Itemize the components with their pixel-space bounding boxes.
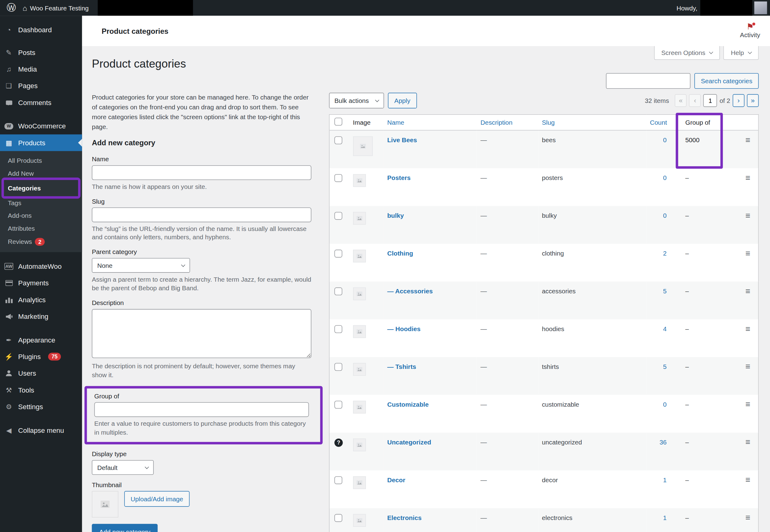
add-new-category-button[interactable]: Add new category [92, 524, 158, 532]
sidebar-item-add-ons[interactable]: Add-ons [0, 209, 82, 222]
upload-add-image-button[interactable]: Upload/Add image [124, 491, 189, 507]
drag-handle-icon[interactable]: ≡ [745, 135, 750, 145]
sidebar-item-payments[interactable]: Payments [0, 275, 82, 291]
sidebar-item-reviews[interactable]: Reviews2 [0, 235, 82, 249]
last-page-button[interactable]: » [747, 94, 759, 107]
sidebar-item-users[interactable]: Users [0, 365, 82, 381]
column-header-name[interactable]: Name [383, 115, 476, 130]
row-checkbox[interactable] [335, 174, 343, 182]
sidebar-item-attributes[interactable]: Attributes [0, 222, 82, 235]
sidebar-item-tools[interactable]: ⚒ Tools [0, 381, 82, 398]
drag-handle-icon[interactable]: ≡ [745, 475, 750, 484]
current-page-input[interactable] [703, 94, 717, 107]
category-name-link[interactable]: Uncategorized [387, 438, 431, 446]
sidebar-item-media[interactable]: ♫ Media [0, 61, 82, 77]
table-header: Image Name Description Slug Count Group … [329, 115, 759, 130]
column-header-slug[interactable]: Slug [538, 115, 646, 130]
screen-options-button[interactable]: Screen Options [654, 46, 720, 60]
drag-handle-icon[interactable]: ≡ [745, 437, 750, 447]
name-input[interactable] [92, 165, 312, 180]
display-type-value: Default [97, 464, 117, 471]
sidebar-item-comments[interactable]: Comments [0, 94, 82, 111]
category-count-link[interactable]: 36 [660, 438, 667, 446]
category-count-link[interactable]: 2 [663, 249, 667, 257]
sidebar-item-add-new[interactable]: Add New [0, 167, 82, 180]
drag-handle-icon[interactable]: ≡ [745, 362, 750, 371]
bulk-actions-select[interactable]: Bulk actions [329, 93, 384, 108]
description-field-group: Description The description is not promi… [92, 299, 312, 380]
category-name-link[interactable]: Live Bees [387, 136, 417, 144]
row-checkbox[interactable] [335, 401, 343, 409]
sidebar-item-products[interactable]: ▦ Products [0, 135, 82, 151]
next-page-button[interactable]: › [733, 94, 744, 107]
drag-handle-icon[interactable]: ≡ [745, 248, 750, 258]
sidebar-item-categories[interactable]: Categories [0, 180, 82, 197]
drag-handle-icon[interactable]: ≡ [745, 513, 750, 522]
display-type-select[interactable]: Default [92, 460, 154, 475]
default-category-help-icon[interactable]: ? [335, 438, 343, 447]
parent-category-select[interactable]: None [92, 258, 190, 273]
row-checkbox[interactable] [335, 476, 343, 484]
category-name-link[interactable]: Clothing [387, 249, 413, 257]
row-checkbox[interactable] [335, 212, 343, 220]
column-header-description[interactable]: Description [477, 115, 538, 130]
row-checkbox[interactable] [335, 514, 343, 522]
category-count-link[interactable]: 5 [663, 363, 667, 370]
sidebar-item-appearance[interactable]: ✒ Appearance [0, 332, 82, 348]
sidebar-item-settings[interactable]: ⚙ Settings [0, 398, 82, 415]
row-checkbox[interactable] [335, 363, 343, 371]
category-count-link[interactable]: 0 [663, 136, 667, 144]
slug-label: Slug [92, 198, 312, 205]
category-name-link[interactable]: — Tshirts [387, 363, 416, 370]
sidebar-item-analytics[interactable]: Analytics [0, 291, 82, 308]
category-count-link[interactable]: 4 [663, 325, 667, 332]
sidebar-item-tags[interactable]: Tags [0, 197, 82, 209]
row-checkbox[interactable] [335, 287, 343, 295]
category-count-link[interactable]: 1 [663, 476, 667, 483]
sidebar-item-plugins[interactable]: ⚡ Plugins75 [0, 348, 82, 365]
column-header-count[interactable]: Count [646, 115, 671, 130]
search-categories-button[interactable]: Search categories [694, 73, 759, 89]
group-of-input[interactable] [94, 402, 309, 417]
help-button[interactable]: Help [724, 46, 759, 60]
sidebar-item-all-products[interactable]: All Products [0, 155, 82, 167]
description-textarea[interactable] [92, 309, 312, 358]
category-name-link[interactable]: Decor [387, 476, 405, 483]
category-name-link[interactable]: Electronics [387, 514, 422, 521]
sidebar-item-marketing[interactable]: Marketing [0, 308, 82, 325]
row-checkbox[interactable] [335, 249, 343, 257]
row-checkbox[interactable] [335, 325, 343, 333]
sidebar-item-automatewoo[interactable]: AW AutomateWoo [0, 258, 82, 275]
sidebar-item-pages[interactable]: ❏ Pages [0, 77, 82, 94]
category-name-link[interactable]: Posters [387, 174, 411, 181]
woocommerce-icon: W [4, 123, 14, 129]
category-count-link[interactable]: 0 [663, 212, 667, 219]
drag-handle-icon[interactable]: ≡ [745, 324, 750, 333]
category-count-link[interactable]: 0 [663, 174, 667, 181]
users-icon [4, 370, 14, 377]
select-all-checkbox[interactable] [335, 118, 343, 126]
search-categories-input[interactable] [606, 73, 691, 89]
category-name-link[interactable]: bulky [387, 212, 404, 219]
category-name-link[interactable]: — Accessories [387, 287, 433, 295]
category-name-link[interactable]: Customizable [387, 401, 429, 408]
category-count-link[interactable]: 1 [663, 514, 667, 521]
sidebar-item-woocommerce[interactable]: W WooCommerce [0, 118, 82, 134]
drag-handle-icon[interactable]: ≡ [745, 286, 750, 295]
row-checkbox[interactable] [335, 136, 343, 144]
category-count-link[interactable]: 0 [663, 401, 667, 408]
slug-input[interactable] [92, 207, 312, 222]
category-name-link[interactable]: — Hoodies [387, 325, 420, 332]
sidebar-item-dashboard[interactable]: ◔ Dashboard [0, 22, 82, 38]
drag-handle-icon[interactable]: ≡ [745, 211, 750, 220]
wordpress-logo-icon[interactable]: Ⓦ [4, 2, 19, 14]
drag-handle-icon[interactable]: ≡ [745, 173, 750, 182]
category-count-link[interactable]: 5 [663, 287, 667, 295]
apply-button[interactable]: Apply [388, 93, 417, 108]
drag-handle-icon[interactable]: ≡ [745, 400, 750, 409]
site-menu[interactable]: ⌂ Woo Feature Testing [19, 4, 92, 12]
collapse-menu-button[interactable]: ◀ Collapse menu [0, 422, 82, 438]
sidebar-item-posts[interactable]: ✎ Posts [0, 44, 82, 61]
user-avatar[interactable] [754, 2, 767, 14]
activity-button[interactable]: ⚑ Activity [740, 22, 760, 39]
